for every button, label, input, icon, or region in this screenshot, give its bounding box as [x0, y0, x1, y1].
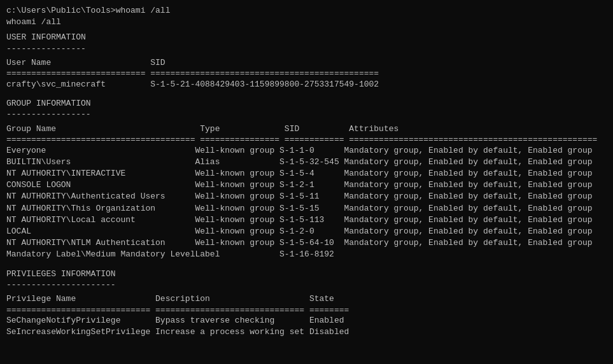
user-cols-underline: ============================ ===========… — [6, 69, 607, 79]
priv-rows: SeChangeNotifyPrivilege Bypass traverse … — [6, 315, 607, 338]
command-echo: whoami /all — [6, 17, 607, 28]
priv-cols: Privilege Name Description State — [6, 293, 607, 305]
group-table-row: CONSOLE LOGON Well-known group S-1-2-1 M… — [6, 179, 607, 191]
user-row: crafty\svc_minecraft S-1-5-21-4088429403… — [6, 79, 607, 90]
group-table-row: LOCAL Well-known group S-1-2-0 Mandatory… — [6, 226, 607, 237]
user-info-underline: ---------------- — [6, 44, 607, 54]
group-rows: Everyone Well-known group S-1-1-0 Mandat… — [6, 145, 607, 261]
user-info-header: USER INFORMATION — [6, 32, 607, 43]
group-table-row: NT AUTHORITY\INTERACTIVE Well-known grou… — [6, 168, 607, 179]
group-table-row: NT AUTHORITY\NTLM Authentication Well-kn… — [6, 237, 607, 249]
priv-cols-underline: ============================= ==========… — [6, 305, 607, 316]
priv-info-underline: ---------------------- — [6, 280, 607, 290]
group-info-header: GROUP INFORMATION — [6, 98, 607, 109]
group-table-row: BUILTIN\Users Alias S-1-5-32-545 Mandato… — [6, 157, 607, 168]
priv-info-header: PRIVILEGES INFORMATION — [6, 269, 607, 280]
group-table-row: NT AUTHORITY\Local account Well-known gr… — [6, 214, 607, 226]
group-cols-underline: ====================================== =… — [6, 135, 607, 145]
group-table-row: Everyone Well-known group S-1-1-0 Mandat… — [6, 145, 607, 157]
group-table-row: Mandatory Label\Medium Mandatory LevelLa… — [6, 249, 607, 260]
user-cols: User Name SID — [6, 57, 607, 69]
group-info-underline: ----------------- — [6, 109, 607, 120]
priv-table-row: SeIncreaseWorkingSetPrivilege Increase a… — [6, 326, 607, 338]
terminal-window: c:\Users\Public\Tools>whoami /all whoami… — [0, 0, 613, 364]
group-cols: Group Name Type SID Attributes — [6, 123, 607, 135]
group-table-row: NT AUTHORITY\This Organization Well-know… — [6, 203, 607, 214]
prompt-line: c:\Users\Public\Tools>whoami /all — [6, 5, 607, 17]
priv-table-row: SeChangeNotifyPrivilege Bypass traverse … — [6, 315, 607, 326]
group-table-row: NT AUTHORITY\Authenticated Users Well-kn… — [6, 191, 607, 202]
